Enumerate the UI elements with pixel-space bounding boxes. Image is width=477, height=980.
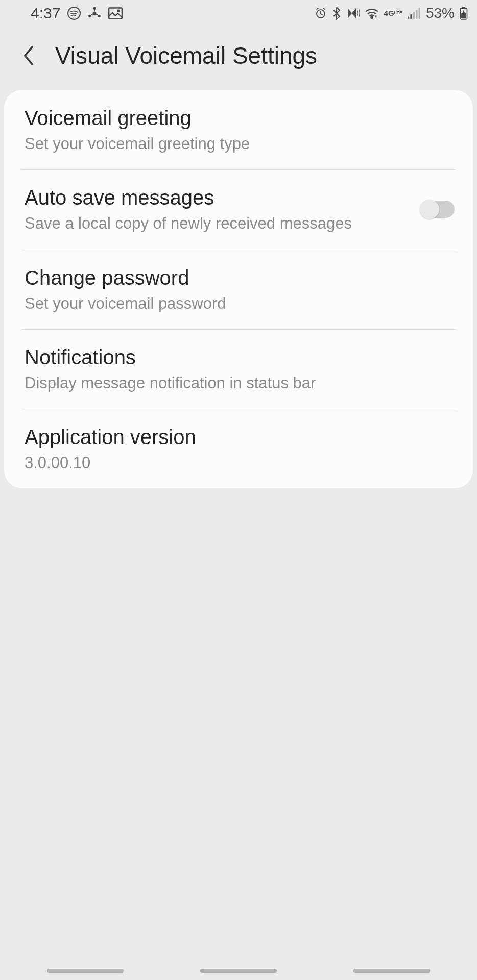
app-version-value: 3.0.00.10: [25, 453, 196, 473]
settings-card: Voicemail greeting Set your voicemail gr…: [4, 90, 473, 488]
bluetooth-icon: [332, 7, 341, 20]
picture-icon: [108, 7, 123, 19]
smartthings-icon: [88, 7, 101, 20]
header: Visual Voicemail Settings: [0, 27, 477, 90]
notifications-sub: Display message notification in status b…: [25, 373, 316, 394]
chevron-left-icon: [22, 45, 35, 66]
back-button[interactable]: [18, 45, 39, 66]
svg-rect-15: [462, 7, 466, 8]
network-4g-icon: 4GLTE: [384, 10, 402, 16]
status-time: 4:37: [31, 5, 60, 22]
alarm-icon: [315, 7, 327, 19]
svg-point-2: [93, 7, 96, 10]
nav-home[interactable]: [200, 969, 277, 973]
app-version-title: Application version: [25, 424, 196, 450]
page-title: Visual Voicemail Settings: [55, 42, 317, 69]
nav-back[interactable]: [353, 969, 430, 973]
svg-rect-13: [419, 8, 420, 19]
svg-point-6: [117, 10, 120, 12]
signal-icon: [408, 8, 421, 19]
nav-bar: [0, 969, 477, 973]
svg-rect-12: [416, 10, 417, 19]
voicemail-greeting-item[interactable]: Voicemail greeting Set your voicemail gr…: [4, 90, 473, 169]
svg-point-8: [371, 16, 373, 18]
status-bar: 4:37 4GLTE 53%: [0, 0, 477, 27]
change-password-title: Change password: [25, 265, 226, 290]
nav-recents[interactable]: [47, 969, 124, 973]
wifi-icon: [365, 8, 379, 19]
toggle-knob: [420, 200, 439, 219]
battery-percent: 53%: [426, 5, 455, 21]
battery-charging-icon: [460, 7, 468, 20]
svg-point-1: [93, 12, 97, 15]
svg-rect-11: [413, 12, 415, 19]
change-password-item[interactable]: Change password Set your voicemail passw…: [4, 250, 473, 329]
auto-save-toggle[interactable]: [421, 201, 455, 218]
svg-rect-9: [408, 17, 409, 19]
auto-save-title: Auto save messages: [25, 185, 352, 210]
voicemail-greeting-title: Voicemail greeting: [25, 105, 250, 131]
app-version-item: Application version 3.0.00.10: [4, 409, 473, 488]
vibrate-icon: [346, 7, 360, 19]
svg-rect-5: [109, 8, 123, 19]
svg-rect-10: [410, 14, 412, 19]
status-right: 4GLTE 53%: [315, 5, 468, 21]
voicemail-greeting-sub: Set your voicemail greeting type: [25, 134, 250, 154]
change-password-sub: Set your voicemail password: [25, 293, 226, 314]
notifications-item[interactable]: Notifications Display message notificati…: [4, 329, 473, 409]
notifications-title: Notifications: [25, 345, 316, 370]
spotify-icon: [67, 7, 81, 20]
auto-save-item[interactable]: Auto save messages Save a local copy of …: [4, 169, 473, 249]
status-left: 4:37: [9, 5, 123, 22]
auto-save-sub: Save a local copy of newly received mess…: [25, 213, 352, 234]
